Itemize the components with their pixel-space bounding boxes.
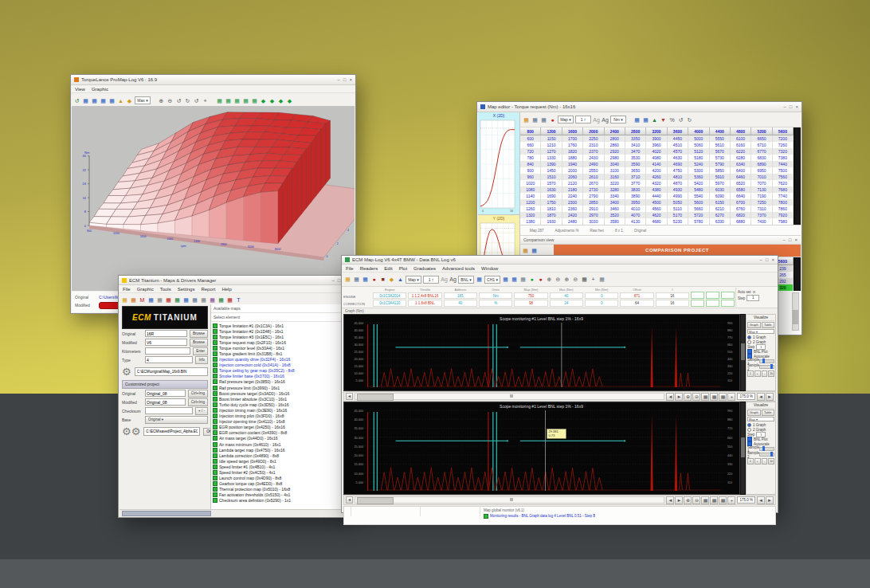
cell[interactable]: 1140 bbox=[520, 193, 541, 199]
cell[interactable]: 1940 bbox=[562, 161, 583, 167]
record-icon[interactable]: ● bbox=[370, 276, 378, 283]
cell[interactable]: 1630 bbox=[541, 186, 562, 193]
zoom-in-icon[interactable]: ⊕ bbox=[158, 97, 165, 104]
ecm-titlebar[interactable]: ECM Titanium - Maps & Drivers Manager –□… bbox=[119, 276, 350, 285]
cell[interactable]: 6770 bbox=[751, 148, 772, 155]
scroll-left-icon[interactable]: ◄ bbox=[346, 393, 353, 400]
param-value[interactable]: 98 bbox=[514, 300, 547, 307]
cell[interactable]: 3580 bbox=[605, 218, 625, 225]
zoom-out-icon[interactable]: ⊖ bbox=[692, 496, 700, 504]
cell[interactable]: 6580 bbox=[731, 186, 751, 193]
cell[interactable]: 780 bbox=[520, 155, 541, 161]
comparison-scrollbar[interactable] bbox=[792, 292, 799, 331]
cell[interactable]: 3520 bbox=[605, 212, 625, 218]
cell[interactable]: 2850 bbox=[583, 199, 604, 206]
print-icon[interactable]: ▦ bbox=[191, 296, 198, 304]
nav-first-icon[interactable]: ◆ bbox=[260, 97, 267, 104]
cell[interactable]: 2310 bbox=[583, 142, 604, 148]
rotate-left-icon[interactable]: ↺ bbox=[175, 97, 182, 104]
cell[interactable]: 6030 bbox=[710, 186, 731, 193]
cell[interactable]: 4930 bbox=[668, 186, 688, 193]
map-list-item[interactable]: Injector opening time (0x4110) - 16x8 bbox=[213, 419, 347, 425]
nav-last-icon[interactable]: ◆ bbox=[286, 97, 293, 104]
map-list-item[interactable]: EGR position target (0x4250) - 16x16 bbox=[213, 425, 347, 430]
map-list-item[interactable]: Rail pressure target (0x3850) - 16x16 bbox=[213, 379, 347, 385]
table-row[interactable]: 9001450200025503100365042004750530058506… bbox=[520, 167, 794, 174]
cell[interactable]: 2060 bbox=[562, 174, 583, 180]
column-header[interactable]: 1600 bbox=[562, 127, 583, 135]
cell[interactable]: 1760 bbox=[562, 142, 583, 148]
menu-window[interactable]: Window bbox=[481, 266, 498, 271]
table-row[interactable]: 1380193024803030358041304680523057806330… bbox=[520, 218, 794, 225]
pan-icon[interactable]: + bbox=[202, 97, 209, 104]
map-list-item[interactable]: Air mass target (0x44D0) - 16x16 bbox=[213, 436, 347, 441]
table-row[interactable]: 8401390194024903040359041404690524057906… bbox=[520, 161, 794, 167]
decrease-icon[interactable]: ▼ bbox=[660, 116, 667, 123]
map-editor-titlebar[interactable]: Map editor - Torque request (Nm) - 16x16… bbox=[477, 102, 801, 112]
units-combo-icon[interactable]: Nm ▾ bbox=[610, 116, 626, 123]
pan-left-icon[interactable]: ◄ bbox=[666, 393, 674, 401]
cell[interactable]: 2790 bbox=[583, 193, 604, 199]
map-list-item[interactable]: Torque request map (0x2F10) - 16x16 bbox=[213, 339, 347, 345]
cell[interactable]: 6330 bbox=[710, 218, 731, 225]
cell[interactable]: 5000 bbox=[688, 135, 709, 142]
cell[interactable]: 5110 bbox=[668, 206, 688, 212]
cell[interactable]: 4990 bbox=[668, 193, 688, 199]
cell[interactable]: 600 bbox=[520, 135, 541, 142]
cell[interactable]: 720 bbox=[520, 148, 541, 155]
play-icon[interactable]: ● bbox=[528, 276, 535, 283]
cell[interactable]: 5300 bbox=[688, 167, 709, 174]
rotate-right-icon[interactable]: ↻ bbox=[184, 97, 191, 104]
maximize-button[interactable]: □ bbox=[338, 278, 341, 283]
param-value[interactable]: 16 bbox=[656, 300, 689, 307]
cell[interactable]: 2120 bbox=[562, 180, 583, 186]
zoom-x-icon[interactable]: ⊕ bbox=[563, 276, 570, 283]
cell[interactable]: 3710 bbox=[625, 174, 646, 180]
cell[interactable]: 7500 bbox=[773, 167, 794, 174]
cell[interactable]: 1820 bbox=[562, 148, 583, 155]
cell[interactable]: 1380 bbox=[520, 218, 541, 225]
zoom-out-icon[interactable]: ⊖ bbox=[167, 97, 174, 104]
map-list-item[interactable]: Injection correction cold (0x341A) - 16x… bbox=[213, 363, 347, 368]
cell[interactable]: 6280 bbox=[731, 155, 751, 161]
zoom-in-icon[interactable]: ⊕ bbox=[684, 496, 692, 504]
cell[interactable]: 6100 bbox=[731, 135, 751, 142]
comp-open-icon[interactable]: ▦ bbox=[522, 247, 529, 254]
cell[interactable]: 3470 bbox=[625, 148, 646, 155]
step-spinner-icon[interactable]: 1 ↕ bbox=[423, 276, 439, 284]
menu-graduates[interactable]: Graduates bbox=[413, 266, 436, 271]
cell[interactable]: 2920 bbox=[605, 148, 625, 155]
cell[interactable]: 2240 bbox=[562, 193, 583, 199]
table-button[interactable]: Table bbox=[762, 410, 775, 416]
cell[interactable]: 4870 bbox=[668, 180, 688, 186]
zoom-in-icon[interactable]: ⊕ bbox=[684, 393, 692, 401]
cell[interactable]: 7130 bbox=[751, 186, 772, 193]
save-icon[interactable]: ▦ bbox=[174, 296, 181, 304]
cell[interactable]: 4130 bbox=[625, 218, 646, 225]
column-header[interactable]: 4400 bbox=[710, 127, 731, 135]
cell[interactable]: 5540 bbox=[688, 193, 709, 199]
cell[interactable]: 5850 bbox=[710, 167, 731, 174]
cell[interactable]: 4380 bbox=[646, 186, 667, 193]
snap-right-icon[interactable]: ► bbox=[766, 393, 774, 401]
open-log-icon[interactable]: ▦ bbox=[344, 276, 351, 283]
nav-next-icon[interactable]: ◆ bbox=[277, 97, 284, 104]
cell[interactable]: 3950 bbox=[625, 199, 646, 206]
checksum-field[interactable] bbox=[145, 407, 193, 414]
cell[interactable]: 4320 bbox=[646, 180, 667, 186]
cell[interactable]: 3340 bbox=[605, 193, 625, 199]
cell[interactable]: 4690 bbox=[668, 161, 688, 167]
minimize-button[interactable]: – bbox=[783, 237, 786, 242]
param-value[interactable]: 64 bbox=[620, 300, 653, 307]
fill-toggle-icon[interactable]: ▦ bbox=[225, 97, 232, 104]
cell[interactable]: 6640 bbox=[731, 193, 751, 199]
cell[interactable]: 2800 bbox=[605, 135, 625, 142]
cell[interactable]: 7070 bbox=[751, 180, 772, 186]
cell[interactable]: 4200 bbox=[646, 167, 667, 174]
cell[interactable]: 6160 bbox=[731, 142, 751, 148]
cell[interactable]: 2430 bbox=[583, 155, 604, 161]
map-list-item[interactable]: Torque gradient limit (0x31B8) - 8x1 bbox=[213, 351, 347, 356]
cell[interactable]: 1450 bbox=[541, 167, 562, 174]
base-toggle-icon[interactable]: ▦ bbox=[251, 97, 258, 104]
map-list-item[interactable]: Torque monitor level (0x30A4) - 16x1 bbox=[213, 345, 347, 351]
